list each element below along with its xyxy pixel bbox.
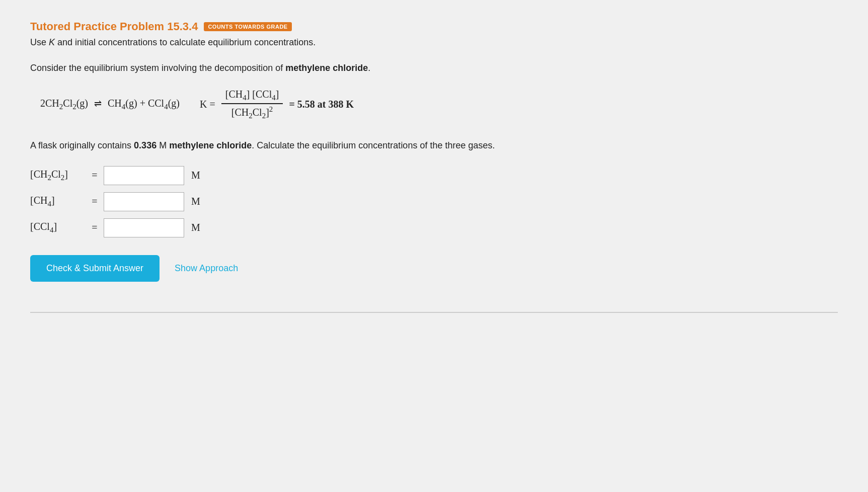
- k-denominator: [CH2Cl2]2: [227, 104, 277, 120]
- unit-3: M: [191, 222, 200, 233]
- k-label: K =: [200, 99, 215, 110]
- equals-3: =: [90, 222, 100, 233]
- submit-button[interactable]: Check & Submit Answer: [30, 255, 160, 282]
- compound-name: methylene chloride: [169, 140, 252, 150]
- k-fraction: [CH4] [CCl4] [CH2Cl2]2: [221, 89, 283, 120]
- equals-2: =: [90, 196, 100, 207]
- label-ch2cl2: [CH2Cl2]: [30, 169, 86, 182]
- chemical-equation: 2CH2Cl2(g) ⇌ CH4(g) + CCl4(g): [40, 98, 180, 111]
- equilibrium-arrows: ⇌: [94, 99, 102, 109]
- methylene-chloride-bold: methylene chloride: [285, 63, 368, 73]
- equation-section: 2CH2Cl2(g) ⇌ CH4(g) + CCl4(g) K = [CH4] …: [40, 89, 838, 120]
- input-ch4[interactable]: [104, 192, 184, 211]
- grade-badge: COUNTS TOWARDS GRADE: [204, 22, 291, 31]
- label-ch4: [CH4]: [30, 195, 86, 208]
- reactant: 2CH2Cl2(g): [40, 98, 88, 111]
- k-italic: K: [49, 37, 55, 47]
- label-ccl4: [CCl4]: [30, 221, 86, 234]
- products: CH4(g) + CCl4(g): [108, 98, 180, 111]
- concentration-value: 0.336: [134, 140, 156, 150]
- page-container: Tutored Practice Problem 15.3.4 COUNTS T…: [0, 0, 868, 492]
- input-section: [CH2Cl2] = M [CH4] = M [CCl4] = M: [30, 166, 838, 237]
- input-ch2cl2[interactable]: [104, 166, 184, 185]
- show-approach-button[interactable]: Show Approach: [175, 263, 238, 274]
- input-row-2: [CH4] = M: [30, 192, 838, 211]
- k-numerator: [CH4] [CCl4]: [221, 89, 283, 104]
- bottom-divider: [30, 312, 838, 313]
- input-ccl4[interactable]: [104, 218, 184, 237]
- flask-text: A flask originally contains 0.336 M meth…: [30, 140, 838, 151]
- unit-1: M: [191, 170, 200, 181]
- problem-header: Tutored Practice Problem 15.3.4 COUNTS T…: [30, 20, 838, 33]
- equals-1: =: [90, 170, 100, 181]
- intro-text: Consider the equilibrium system involvin…: [30, 63, 838, 73]
- input-row-3: [CCl4] = M: [30, 218, 838, 237]
- k-value: = 5.58 at 388 K: [289, 99, 354, 110]
- problem-title: Tutored Practice Problem 15.3.4: [30, 20, 198, 33]
- k-expression: K = [CH4] [CCl4] [CH2Cl2]2 = 5.58 at 388…: [200, 89, 354, 120]
- problem-subtitle: Use K and initial concentrations to calc…: [30, 37, 838, 48]
- button-row: Check & Submit Answer Show Approach: [30, 255, 838, 282]
- input-row-1: [CH2Cl2] = M: [30, 166, 838, 185]
- unit-2: M: [191, 196, 200, 207]
